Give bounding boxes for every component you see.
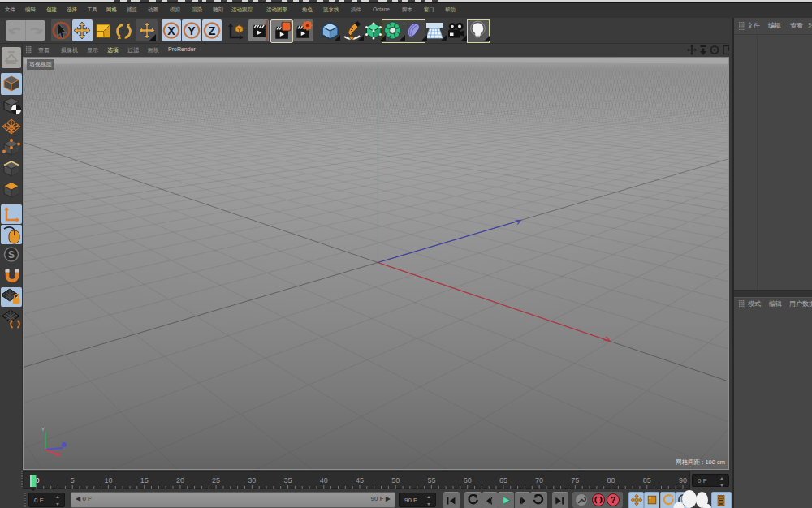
svg-text:85: 85	[643, 476, 651, 484]
svg-text:10: 10	[104, 476, 112, 484]
svg-text:S: S	[8, 249, 15, 260]
svg-text:15: 15	[140, 476, 149, 484]
svg-text:65: 65	[499, 476, 508, 484]
svg-text:Z: Z	[209, 24, 216, 37]
svg-text:60: 60	[464, 476, 472, 484]
svg-text:X: X	[167, 24, 175, 37]
svg-text:40: 40	[320, 476, 328, 484]
svg-text:55: 55	[427, 476, 435, 484]
svg-text:30: 30	[248, 476, 256, 484]
svg-text:Y: Y	[41, 427, 45, 432]
svg-text:Y: Y	[188, 24, 196, 37]
svg-text:45: 45	[356, 476, 364, 484]
svg-text:25: 25	[212, 476, 220, 484]
svg-text:?: ?	[611, 496, 615, 505]
svg-text:5: 5	[71, 476, 75, 484]
svg-text:20: 20	[176, 476, 184, 484]
svg-text:50: 50	[391, 476, 400, 484]
svg-text:70: 70	[535, 476, 543, 484]
svg-text:80: 80	[607, 476, 615, 484]
svg-text:75: 75	[571, 476, 579, 484]
svg-text:35: 35	[284, 476, 292, 484]
svg-text:90: 90	[679, 476, 687, 484]
